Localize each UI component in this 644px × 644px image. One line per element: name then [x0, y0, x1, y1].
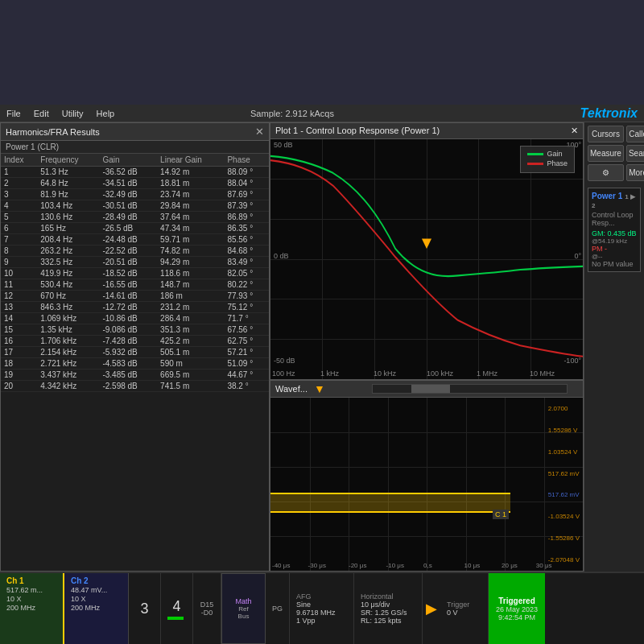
plot-legend: Gain Phase: [520, 146, 575, 173]
menu-help[interactable]: Help: [97, 109, 115, 118]
col-index: Index: [1, 154, 37, 167]
horiz-title: Horizontal: [361, 592, 415, 601]
sample-info: Sample: 2.912 kAcqs: [250, 109, 334, 118]
table-row: 193.437 kHz-3.485 dB669.5 m44.67 °: [1, 369, 269, 381]
trigger-block: Trigger 0 V: [440, 573, 489, 644]
ch2-block: Ch 2 48.47 mV... 10 X 200 MHz: [64, 573, 129, 644]
v-label-6: -1.03524 V: [548, 513, 580, 520]
menu-utility[interactable]: Utility: [62, 109, 84, 118]
top-bezel: [0, 0, 644, 105]
num3-block[interactable]: 3: [129, 573, 161, 644]
cursors-button[interactable]: Cursors: [588, 126, 624, 142]
num4-block[interactable]: 4: [161, 573, 193, 644]
settings-icon-button[interactable]: ⚙: [588, 164, 624, 181]
horiz-value2: SR: 1.25 GS/s: [361, 609, 415, 617]
horiz-value3: RL: 125 kpts: [361, 617, 415, 625]
waveform-title: Wavef...: [275, 384, 308, 394]
plot-title: Plot 1 - Control Loop Response (Power 1): [275, 126, 440, 136]
table-row: 8263.2 Hz-22.52 dB74.82 m84.68 °: [1, 246, 269, 257]
more-button[interactable]: More...: [626, 164, 644, 181]
waveform-content[interactable]: -40 μs -30 μs -20 μs -10 μs 0,s 10 μs 20…: [270, 398, 583, 571]
menu-file[interactable]: File: [6, 109, 21, 118]
afg-value3: 1 Vpp: [296, 617, 347, 625]
search-button[interactable]: Search: [626, 145, 644, 162]
brand-logo: Tektronix: [580, 106, 638, 121]
ch1-block: Ch 1 517.62 m... 10 X 200 MHz: [0, 573, 64, 644]
harmonics-close[interactable]: ✕: [255, 126, 264, 138]
ch2-value2: 10 X: [71, 595, 122, 603]
v-label-3: 1.03524 V: [548, 448, 580, 456]
table-row: 182.721 kHz-4.583 dB590 m51.09 °: [1, 358, 269, 369]
col-linear-gain: Linear Gain: [157, 154, 224, 167]
table-row: 151.3 Hz-36.52 dB14.92 m88.09 °: [1, 167, 269, 178]
afg-value2: 9.6718 MHz: [296, 609, 347, 617]
v-label-2: 1.55286 V: [548, 427, 580, 434]
harmonics-header: Harmonics/FRA Results ✕: [1, 123, 269, 141]
table-row: 151.35 kHz-9.086 dB351.3 m67.56 °: [1, 324, 269, 336]
math-label: Math: [235, 597, 251, 605]
table-row: 4103.4 Hz-30.51 dB29.84 m87.39 °: [1, 200, 269, 212]
math-ref-bus-block[interactable]: Math Ref Bus: [221, 573, 266, 644]
horizontal-block: Horizontal 10 μs/div SR: 1.25 GS/s RL: 1…: [354, 573, 423, 644]
table-row: 13846.3 Hz-12.72 dB231.2 m75.12 °: [1, 302, 269, 313]
ref-label: Ref: [238, 605, 248, 613]
power-info-name: Power 1 1 ▶ 2: [592, 192, 637, 209]
pg-label: PG: [272, 605, 283, 613]
afg-block: AFG Sine 9.6718 MHz 1 Vpp: [290, 573, 354, 644]
sidebar-buttons: Cursors Callout Measure Search ⚙ More...…: [584, 122, 644, 572]
ch1-value3: 200 MHz: [6, 604, 56, 612]
num3-label: 3: [135, 601, 154, 617]
table-row: 5130.6 Hz-28.49 dB37.64 m86.89 °: [1, 212, 269, 223]
pg-block[interactable]: PG: [266, 573, 290, 644]
ch2-value1: 48.47 mV...: [71, 586, 122, 594]
col-gain: Gain: [99, 154, 157, 167]
power-label: Power 1 (CLR): [1, 141, 269, 154]
pm-label: PM -: [592, 245, 637, 253]
table-row: 9332.5 Hz-20.51 dB94.29 m83.49 °: [1, 257, 269, 268]
triggered-block: Triggered 26 May 2023 9:42:54 PM: [489, 573, 545, 644]
triggered-date: 26 May 2023: [496, 605, 538, 613]
legend-gain: Gain: [527, 150, 568, 158]
table-row: 141.069 kHz-10.86 dB286.4 m71.7 °: [1, 313, 269, 324]
afg-title: AFG: [296, 592, 347, 601]
table-row: 7208.4 Hz-24.48 dB59.71 m85.56 °: [1, 234, 269, 246]
table-row: 204.342 kHz-2.598 dB741.5 m38.2 °: [1, 381, 269, 392]
d15d0-label: D15-D0: [200, 601, 214, 617]
col-frequency: Frequency: [37, 154, 99, 167]
bus-label: Bus: [238, 613, 250, 620]
v-label-8: -2.07048 V: [548, 556, 580, 564]
d15d0-block[interactable]: D15-D0: [193, 573, 221, 644]
table-row: 12670 Hz-14.61 dB186 m77.93 °: [1, 291, 269, 302]
afg-value1: Sine: [296, 601, 347, 609]
measure-button[interactable]: Measure: [588, 145, 624, 162]
gm-label: GM: 0.435 dB: [592, 229, 637, 237]
horiz-value1: 10 μs/div: [361, 601, 415, 609]
right-area: Plot 1 - Control Loop Response (Power 1)…: [270, 122, 584, 572]
waveform-panel: Wavef... ▼: [270, 380, 584, 572]
menu-edit[interactable]: Edit: [34, 109, 49, 118]
ch1-value1: 517.62 m...: [6, 586, 56, 594]
pm-value: @--: [592, 253, 637, 260]
v-label-4: 517.62 mV: [548, 470, 580, 477]
plot-header: Plot 1 - Control Loop Response (Power 1)…: [270, 123, 583, 139]
trigger-title: Trigger: [447, 601, 481, 609]
num4-bar: [167, 617, 184, 620]
plot-close[interactable]: ✕: [571, 126, 578, 136]
callout-button[interactable]: Callout: [626, 126, 644, 142]
v-label-5: 517.62 mV: [548, 491, 580, 498]
triggered-status: Triggered: [498, 597, 535, 605]
num4-label: 4: [167, 598, 186, 615]
harmonics-title: Harmonics/FRA Results: [6, 127, 100, 137]
menu-bar: File Edit Utility Help Sample: 2.912 kAc…: [0, 105, 644, 122]
ch2-title: Ch 2: [71, 576, 122, 585]
power-info-box: Power 1 1 ▶ 2 Control Loop Resp... GM: 0…: [588, 188, 641, 272]
plot-area: 50 dB 0 dB -50 dB 100° 0° -100° 100 Hz 1…: [270, 139, 583, 379]
ch2-value3: 200 MHz: [71, 604, 122, 612]
v-label-1: 2.0700: [548, 405, 580, 412]
table-row: 381.9 Hz-32.49 dB23.74 m87.69 °: [1, 189, 269, 200]
triggered-time: 9:42:54 PM: [498, 613, 535, 621]
no-pm-label: No PM value: [592, 260, 637, 268]
ch1-value2: 10 X: [6, 595, 56, 603]
harmonics-table-container: Index Frequency Gain Linear Gain Phase 1…: [1, 154, 269, 571]
ch1-waveform: [270, 493, 510, 513]
